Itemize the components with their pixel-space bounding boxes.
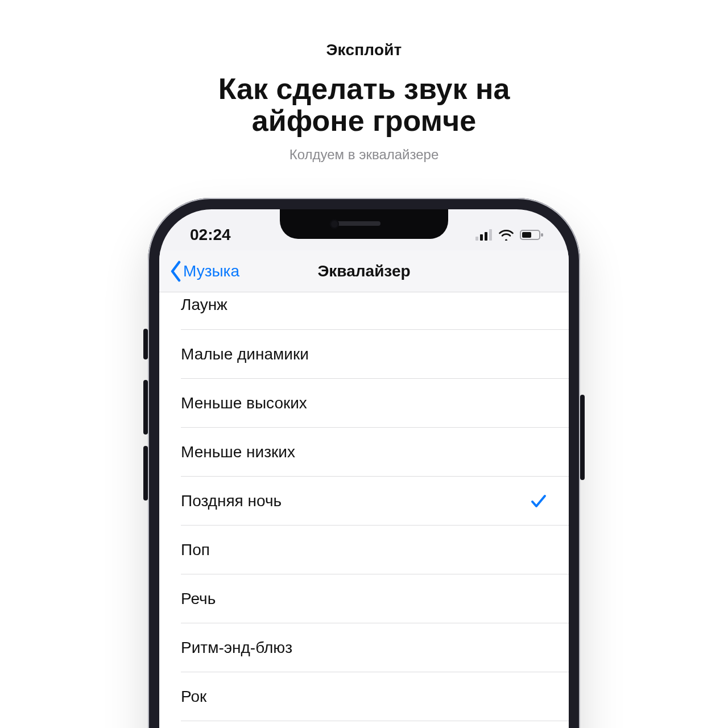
- notch: [280, 209, 448, 239]
- power-button: [580, 395, 585, 480]
- eq-option[interactable]: Меньше высоких: [159, 379, 569, 428]
- article-headline: Как сделать звук на айфоне громче: [0, 73, 728, 136]
- wifi-icon: [498, 229, 514, 241]
- svg-rect-6: [522, 232, 531, 238]
- eq-option[interactable]: Ритм-энд-блюз: [159, 623, 569, 672]
- battery-icon: [520, 229, 544, 241]
- article-subhead: Колдуем в эквалайзере: [0, 147, 728, 163]
- svg-rect-5: [541, 233, 543, 237]
- eq-option[interactable]: Меньше низких: [159, 428, 569, 477]
- back-label: Музыка: [183, 262, 239, 280]
- eq-option[interactable]: Лаунж: [159, 292, 569, 330]
- article-header: Эксплойт Как сделать звук на айфоне гром…: [0, 0, 728, 163]
- volume-down-button: [143, 446, 148, 500]
- status-icons: [475, 229, 544, 241]
- eq-option-label: Малые динамики: [181, 345, 309, 363]
- svg-rect-2: [485, 232, 487, 241]
- eq-option[interactable]: Речь: [159, 574, 569, 623]
- equalizer-list[interactable]: ЛаунжМалые динамикиМеньше высокихМеньше …: [159, 292, 569, 728]
- eq-option[interactable]: Поп: [159, 526, 569, 574]
- eq-option-label: Поздняя ночь: [181, 492, 282, 510]
- eq-option-label: Ритм-энд-блюз: [181, 639, 292, 657]
- svg-rect-0: [475, 237, 478, 241]
- eq-option[interactable]: Поздняя ночь: [159, 477, 569, 526]
- nav-bar: Музыка Эквалайзер: [159, 250, 569, 292]
- eq-option-label: Речь: [181, 590, 216, 608]
- eq-option-label: Поп: [181, 541, 210, 559]
- eq-option-label: Меньше высоких: [181, 394, 307, 412]
- volume-up-button: [143, 380, 148, 435]
- eq-option-label: Рок: [181, 688, 206, 706]
- eq-option-label: Меньше низких: [181, 443, 295, 461]
- headline-line1: Как сделать звук на: [218, 72, 510, 105]
- headline-line2: айфоне громче: [252, 104, 476, 137]
- chevron-left-icon: [169, 260, 182, 282]
- status-time: 02:24: [190, 226, 231, 244]
- eq-option-label: Лаунж: [181, 296, 228, 314]
- eq-option[interactable]: Малые динамики: [159, 330, 569, 379]
- phone-frame: 02:24: [148, 198, 580, 728]
- svg-rect-1: [480, 234, 483, 241]
- back-button[interactable]: Музыка: [169, 260, 239, 282]
- phone-mockup: 02:24: [148, 198, 580, 728]
- speaker-grille-icon: [333, 221, 380, 226]
- phone-screen: 02:24: [159, 209, 569, 728]
- mute-switch: [143, 329, 148, 359]
- svg-rect-3: [489, 229, 492, 241]
- cellular-icon: [475, 229, 493, 241]
- eq-option[interactable]: Рок: [159, 672, 569, 721]
- checkmark-icon: [530, 493, 547, 510]
- front-camera-icon: [330, 220, 339, 229]
- brand-label: Эксплойт: [0, 41, 728, 59]
